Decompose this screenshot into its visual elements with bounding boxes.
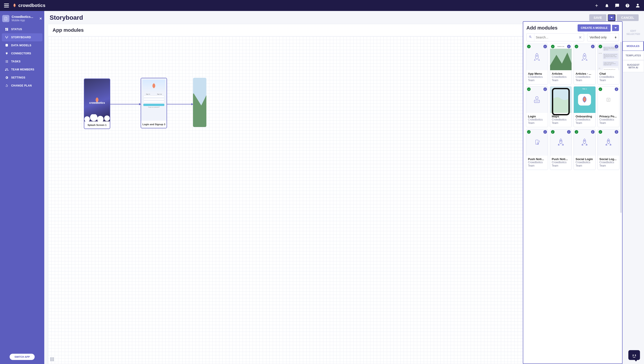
filter-select[interactable]: Verified only <box>587 33 619 41</box>
flow-icon <box>5 36 8 39</box>
module-name: Articles <box>552 72 570 75</box>
module-card[interactable]: i Push Noti... Crowdbotics Team <box>550 129 572 170</box>
switch-app-button[interactable]: SWITCH APP <box>10 354 35 360</box>
cancel-button[interactable]: CANCEL <box>617 14 639 21</box>
tab-modules[interactable]: MODULES <box>622 41 644 51</box>
info-icon[interactable]: i <box>615 88 618 91</box>
svg-point-16 <box>584 140 585 141</box>
sidebar-item-label: SETTINGS <box>11 76 25 79</box>
module-card[interactable]: i App Menu Crowdbotics Team <box>526 44 548 84</box>
grid-icon[interactable] <box>50 358 54 362</box>
sidebar-item-settings[interactable]: SETTINGS <box>2 74 42 82</box>
screen-login[interactable]: Sign InSign Up Forgot your password? Log… <box>141 78 167 128</box>
info-icon[interactable]: i <box>544 45 547 48</box>
plug-icon <box>5 52 8 55</box>
module-card[interactable]: i ✕✕✕✕ Login Crowdbotics Team <box>526 86 548 127</box>
connector-arrow <box>167 104 193 104</box>
chevron-sort-icon <box>615 36 616 38</box>
brand-logo[interactable]: crowdbotics <box>12 3 46 8</box>
bell-icon[interactable] <box>605 3 609 8</box>
info-icon[interactable]: i <box>591 45 594 48</box>
verified-icon <box>551 130 554 134</box>
sidebar-item-plan[interactable]: CHANGE PLAN <box>2 82 42 90</box>
module-card[interactable]: i Articles - ... Crowdbotics Team <box>574 44 596 84</box>
module-name: Articles - ... <box>576 72 594 75</box>
help-icon[interactable] <box>625 3 630 8</box>
search-icon[interactable] <box>526 34 534 41</box>
module-author: Crowdbotics Team <box>576 161 594 168</box>
svg-point-17 <box>608 140 609 141</box>
module-name: Onboarding <box>576 115 594 118</box>
verified-icon <box>527 88 531 91</box>
project-subtitle: Mobile App <box>12 19 33 22</box>
module-name: Social Log... <box>600 158 618 161</box>
sidebar-item-connectors[interactable]: CONNECTORS <box>2 50 42 58</box>
clear-icon[interactable]: ✕ <box>576 35 584 40</box>
info-icon[interactable]: i <box>591 130 594 134</box>
people-icon <box>5 68 8 71</box>
info-icon[interactable]: i <box>615 130 618 134</box>
sidebar-item-datamodels[interactable]: DATA MODELS <box>2 41 42 50</box>
module-author: Crowdbotics Team <box>528 161 546 168</box>
scrollbar[interactable] <box>620 42 622 213</box>
list-icon <box>5 60 8 63</box>
info-icon[interactable]: i <box>544 130 547 134</box>
save-button[interactable]: SAVE <box>589 14 606 21</box>
save-button-dropdown[interactable] <box>608 14 616 21</box>
module-card[interactable]: i Maps Crowdbotics Team <box>550 86 572 127</box>
info-icon[interactable]: i <box>544 88 547 91</box>
verified-icon <box>527 130 531 134</box>
module-name: Login <box>528 115 546 118</box>
module-card[interactable]: i Title 1 Onboarding Crowdbotics Team <box>574 86 596 127</box>
sidebar-item-status[interactable]: STATUS <box>2 25 42 33</box>
module-author: Crowdbotics Team <box>600 75 618 82</box>
module-author: Crowdbotics Team <box>576 118 594 125</box>
menu-icon[interactable] <box>4 4 9 8</box>
chat-icon[interactable] <box>615 3 620 8</box>
module-author: Crowdbotics Team <box>552 75 570 82</box>
sidebar-item-label: CONNECTORS <box>11 52 31 55</box>
module-card[interactable]: i Push Noti... Crowdbotics Team <box>526 129 548 170</box>
module-card[interactable]: i 5:20 PMAwesome! Yeah, well done, that … <box>598 44 620 84</box>
screen-splash[interactable]: crowdbotics Splash Screen 1 <box>84 78 110 129</box>
create-module-button[interactable]: CREATE A MODULE <box>578 24 611 32</box>
verified-icon <box>598 130 602 134</box>
info-icon[interactable]: i <box>567 130 571 134</box>
dashboard-icon <box>5 28 8 31</box>
screen-thumb: Sign InSign Up Forgot your password? <box>141 78 166 121</box>
module-card[interactable]: i Social Login Crowdbotics Team <box>574 129 596 170</box>
module-card[interactable]: i Privacy Po... Crowdbotics Team <box>598 86 620 127</box>
user-icon[interactable] <box>636 3 640 8</box>
panel-title: Add modules <box>526 25 558 31</box>
sidebar-item-label: STORYBOARD <box>11 36 31 39</box>
module-name: Privacy Po... <box>600 115 618 118</box>
svg-point-4 <box>8 36 8 37</box>
verified-icon <box>575 130 578 134</box>
search-box: ✕ <box>526 33 584 41</box>
info-icon[interactable]: i <box>615 45 618 48</box>
tab-templates[interactable]: TEMPLATES <box>622 51 644 60</box>
cycle-icon <box>5 84 8 88</box>
page-title: Storyboard <box>50 14 83 21</box>
info-icon[interactable]: i <box>567 45 571 48</box>
module-card[interactable]: i Social Log... Crowdbotics Team <box>598 129 620 170</box>
sidebar-item-team[interactable]: TEAM MEMBERS <box>2 66 42 74</box>
brand-text: crowdbotics <box>18 3 46 8</box>
sidebar-item-storyboard[interactable]: STORYBOARD <box>2 33 42 41</box>
tab-suggest-ai[interactable]: SUGGEST WITH AI <box>622 60 644 72</box>
sidebar-item-label: DATA MODELS <box>11 44 31 47</box>
module-author: Crowdbotics Team <box>528 75 546 82</box>
support-chat-icon[interactable] <box>628 350 640 360</box>
close-icon[interactable]: ✕ <box>39 17 42 20</box>
screen-partial[interactable] <box>193 78 206 127</box>
svg-rect-2 <box>5 18 7 20</box>
add-modules-panel: Add modules CREATE A MODULE ✕ Verified o… <box>523 21 622 364</box>
create-module-dropdown[interactable] <box>612 25 619 31</box>
add-icon[interactable] <box>594 3 599 8</box>
sidebar-item-tasks[interactable]: TASKS <box>2 58 42 66</box>
project-title: Crowdbotics... <box>12 15 33 18</box>
module-card[interactable]: i Articles Crowdbotics Team <box>550 44 572 84</box>
sidebar-item-label: TASKS <box>11 60 20 63</box>
search-input[interactable] <box>534 34 576 41</box>
sidebar-item-label: STATUS <box>11 28 22 31</box>
